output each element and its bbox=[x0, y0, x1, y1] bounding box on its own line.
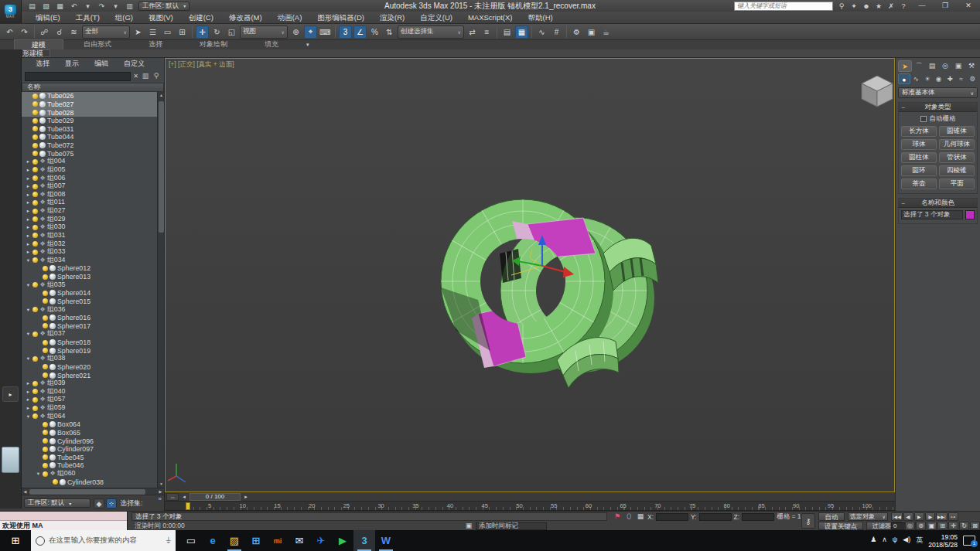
list-item[interactable]: ▾ ❖ 组036 bbox=[22, 305, 157, 314]
visibility-bulb-icon[interactable] bbox=[32, 389, 38, 394]
selection-region-icon[interactable]: ▭ bbox=[161, 26, 174, 39]
expand-arrow-icon[interactable]: ▸ bbox=[26, 396, 31, 403]
action-center-icon[interactable]: 1 bbox=[963, 536, 975, 546]
explorer-horizontal-scrollbar[interactable]: ◀ ▶ bbox=[22, 488, 164, 495]
wps-icon[interactable]: W bbox=[375, 530, 397, 551]
help-icon[interactable]: ? bbox=[898, 2, 909, 11]
explorer-menu-item[interactable]: 编辑 bbox=[88, 59, 114, 69]
use-pivot-center-icon[interactable]: ⊕ bbox=[289, 26, 302, 39]
expand-arrow-icon[interactable]: ▸ bbox=[26, 183, 31, 189]
list-item[interactable]: ▾ ❖ 组037 bbox=[22, 330, 157, 338]
store-icon[interactable]: ⊞ bbox=[245, 530, 267, 551]
visibility-bulb-icon[interactable] bbox=[53, 479, 58, 485]
list-item[interactable]: Sphere014 bbox=[22, 289, 157, 298]
select-rotate-icon[interactable]: ↻ bbox=[210, 26, 224, 39]
listener-pane[interactable]: 欢迎使用 MA bbox=[0, 521, 127, 530]
ribbon-tab[interactable]: 填充 bbox=[248, 39, 295, 49]
hidden-icons-chevron[interactable]: ∧ bbox=[882, 536, 887, 546]
next-frame-button[interactable]: |▶ bbox=[925, 512, 935, 521]
align-icon[interactable]: ≡ bbox=[480, 26, 493, 39]
expand-arrow-icon[interactable]: ▸ bbox=[26, 158, 31, 165]
help-search-input[interactable] bbox=[734, 2, 833, 11]
clear-search-icon[interactable]: ✕ bbox=[133, 73, 138, 80]
list-item[interactable]: ▸ ❖ 组057 bbox=[22, 396, 157, 404]
menu-item[interactable]: 视图(V) bbox=[141, 12, 181, 23]
category-dropdown[interactable]: 标准基本体 ∨ bbox=[898, 87, 978, 98]
overflow-chevron[interactable]: » bbox=[159, 495, 162, 502]
taskbar-search[interactable]: 在这里输入你要搜索的内容 ⏚ bbox=[31, 530, 176, 551]
visibility-bulb-icon[interactable] bbox=[43, 372, 48, 378]
go-to-start-button[interactable]: |◀◀ bbox=[891, 512, 903, 521]
visibility-bulb-icon[interactable] bbox=[43, 438, 48, 444]
set-keys-button[interactable]: ⚷ bbox=[801, 513, 815, 529]
redo-icon[interactable]: ↷ bbox=[18, 26, 31, 39]
workspace-dropdown[interactable]: 工作区: 默认▾ bbox=[138, 2, 190, 11]
primitive-button[interactable]: 圆环 bbox=[901, 165, 937, 176]
visibility-bulb-icon[interactable] bbox=[43, 463, 48, 468]
expand-arrow-icon[interactable]: ▾ bbox=[26, 257, 31, 264]
thunder-icon[interactable]: ✈ bbox=[310, 530, 332, 551]
auto-key-button[interactable]: 自动 bbox=[818, 512, 845, 521]
select-scale-icon[interactable]: ◱ bbox=[225, 26, 238, 39]
list-item[interactable]: Cylinder097 bbox=[22, 445, 157, 454]
tab-utilities[interactable]: ⚒ bbox=[965, 60, 978, 72]
timeline-playhead[interactable] bbox=[186, 502, 190, 510]
x-coordinate-field[interactable] bbox=[656, 513, 688, 521]
visibility-bulb-icon[interactable] bbox=[32, 233, 38, 238]
visibility-bulb-icon[interactable] bbox=[32, 134, 38, 140]
microphone-icon[interactable]: ⏚ bbox=[166, 536, 171, 546]
subtab-systems[interactable]: ⚙ bbox=[967, 73, 978, 84]
list-item[interactable]: Sphere021 bbox=[22, 371, 157, 379]
select-link-icon[interactable]: ☍ bbox=[38, 26, 51, 39]
people-icon[interactable]: ♟ bbox=[870, 536, 876, 546]
list-item[interactable]: Box064 bbox=[22, 420, 157, 429]
visibility-bulb-icon[interactable] bbox=[32, 167, 38, 172]
list-item[interactable]: ▸ ❖ 组031 bbox=[22, 232, 157, 240]
primitive-button[interactable]: 圆柱体 bbox=[901, 152, 937, 163]
menu-item[interactable]: MAXScript(X) bbox=[460, 12, 521, 23]
y-coordinate-field[interactable] bbox=[699, 513, 732, 521]
expand-arrow-icon[interactable]: ▾ bbox=[26, 331, 31, 337]
mail-icon[interactable]: ✉ bbox=[289, 530, 310, 551]
subtab-spacewarps[interactable]: ≈ bbox=[956, 73, 967, 84]
layer-manager-icon[interactable]: ▤ bbox=[500, 26, 514, 39]
visibility-bulb-icon[interactable] bbox=[43, 266, 48, 271]
visibility-bulb-icon[interactable] bbox=[32, 118, 38, 124]
explorer-vertical-scrollbar[interactable]: ▲ ▼ bbox=[157, 92, 164, 488]
expand-arrow-icon[interactable]: ▸ bbox=[26, 389, 31, 395]
list-item[interactable]: ▸ ❖ 组007 bbox=[22, 182, 157, 191]
orbit-icon[interactable]: ↻ bbox=[959, 522, 969, 530]
expand-arrow-icon[interactable]: ▸ bbox=[26, 224, 31, 230]
visibility-bulb-icon[interactable] bbox=[32, 175, 38, 181]
tab-display[interactable]: ▣ bbox=[952, 60, 965, 72]
pan-icon[interactable]: ✛ bbox=[948, 522, 958, 530]
explorer-collapse-button[interactable]: ▸ bbox=[2, 386, 19, 402]
expand-arrow-icon[interactable]: ▸ bbox=[26, 216, 31, 223]
display-columns-icon[interactable]: ▥ bbox=[141, 72, 150, 80]
expand-arrow-icon[interactable]: ▸ bbox=[26, 249, 31, 255]
visibility-bulb-icon[interactable] bbox=[32, 332, 38, 337]
render-production-icon[interactable]: ☕ bbox=[599, 26, 613, 39]
unlink-icon[interactable]: ☌ bbox=[53, 26, 66, 39]
selection-filter-dropdown[interactable]: 全部∨ bbox=[82, 26, 130, 39]
edge-icon[interactable]: e bbox=[202, 530, 224, 551]
select-move-icon[interactable]: ✛ bbox=[196, 26, 209, 39]
volume-icon[interactable]: ◀) bbox=[903, 536, 910, 546]
zoom-all-icon[interactable]: ⊚ bbox=[916, 522, 926, 530]
object-color-swatch[interactable] bbox=[965, 210, 975, 219]
visibility-bulb-icon[interactable] bbox=[32, 381, 38, 386]
list-item[interactable]: Sphere013 bbox=[22, 273, 157, 281]
list-item[interactable]: Sphere015 bbox=[22, 298, 157, 306]
ribbon-tab[interactable]: 选择 bbox=[131, 39, 179, 49]
tab-hierarchy[interactable]: ▤ bbox=[926, 60, 938, 72]
ribbon-tab[interactable]: 自由形式 bbox=[67, 39, 128, 49]
xiaomi-icon[interactable]: mi bbox=[267, 530, 289, 551]
select-object-icon[interactable]: ➤ bbox=[131, 26, 145, 39]
visibility-bulb-icon[interactable] bbox=[32, 397, 38, 403]
list-item[interactable]: ▸ ❖ 组059 bbox=[22, 404, 157, 413]
undo-icon[interactable]: ↶ bbox=[68, 2, 80, 11]
list-item[interactable]: Tube026 bbox=[22, 92, 157, 100]
explorer-menu-item[interactable]: 选择 bbox=[29, 59, 56, 69]
autogrid-checkbox-row[interactable]: 自动栅格 bbox=[901, 114, 975, 124]
viewport-label[interactable]: [+] [正交] [真实 + 边面] bbox=[169, 60, 234, 70]
